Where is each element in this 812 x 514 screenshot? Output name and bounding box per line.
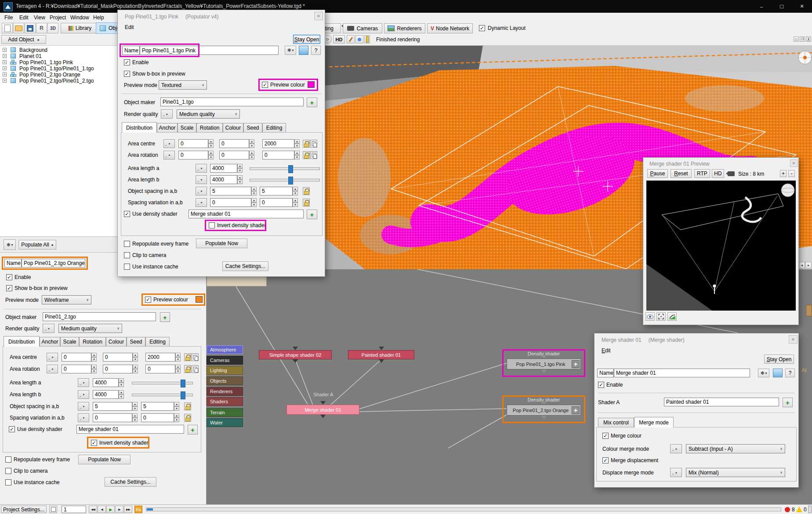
colour-merge-fn-button[interactable] xyxy=(670,444,682,453)
node-pop-orange[interactable]: Pop Pine01_2.tgo Orange xyxy=(507,405,581,416)
cache-settings-button[interactable]: Cache Settings... xyxy=(105,477,156,487)
name-input[interactable]: Pop Pine01_1.tgo Pink xyxy=(140,46,279,55)
node-simple-shape-shader[interactable]: Simple shape shader 02 xyxy=(259,350,332,359)
close-icon[interactable] xyxy=(314,12,323,20)
object-maker-add-button[interactable] xyxy=(160,312,170,322)
maximize-button[interactable] xyxy=(772,0,792,13)
area-rotation-fn-button[interactable] xyxy=(163,151,175,159)
spinner[interactable] xyxy=(132,413,138,422)
layout-grid-icon[interactable] xyxy=(49,506,57,513)
frame-number-input[interactable]: 1 xyxy=(62,506,86,513)
rtp-button[interactable]: RTP xyxy=(694,169,710,178)
area-length-a-fn-button[interactable] xyxy=(196,164,207,173)
tab-colour[interactable]: Colour xyxy=(223,123,243,133)
spinner[interactable] xyxy=(175,353,181,362)
density-shader-input[interactable]: Merge shader 01 xyxy=(188,210,304,218)
menu-window[interactable]: Window xyxy=(70,14,89,21)
play-button[interactable] xyxy=(106,506,115,513)
area-length-a-input[interactable]: 4000 xyxy=(93,378,119,387)
merge-preview-render[interactable] xyxy=(646,181,796,311)
show-bbox-checkbox[interactable] xyxy=(124,71,130,77)
3d-preview-icon[interactable]: 3D xyxy=(47,23,58,33)
spinner[interactable] xyxy=(175,365,181,373)
spinner[interactable] xyxy=(249,139,254,148)
preview-colour-checkbox[interactable] xyxy=(145,297,151,303)
hd-toggle-button[interactable]: HD xyxy=(333,35,345,43)
enable-checkbox[interactable] xyxy=(598,382,604,388)
invert-density-checkbox[interactable] xyxy=(209,222,215,228)
expander-icon[interactable] xyxy=(3,48,7,52)
menu-view[interactable]: View xyxy=(34,14,45,21)
tab-rotation[interactable]: Rotation xyxy=(196,123,223,133)
node-add-icon[interactable] xyxy=(572,360,580,368)
category-cameras[interactable]: Cameras xyxy=(207,356,243,365)
lock-icon[interactable] xyxy=(303,140,310,148)
frame-target-icon[interactable] xyxy=(656,312,666,321)
next-frame-button[interactable] xyxy=(115,506,123,513)
spinner[interactable] xyxy=(174,402,179,411)
help-button[interactable]: ? xyxy=(311,46,321,55)
instance-cache-checkbox[interactable] xyxy=(124,264,130,270)
category-atmosphere[interactable]: Atmosphere xyxy=(207,345,243,354)
spacing-variation-fn-button[interactable] xyxy=(78,413,89,422)
node-gear-button[interactable] xyxy=(758,369,769,377)
populate-gear-button[interactable] xyxy=(4,239,16,250)
lock-icon[interactable] xyxy=(184,353,191,361)
object-maker-input[interactable]: Pine01_2.tgo xyxy=(43,312,156,321)
node-merge-shader[interactable]: Merge shader 01 xyxy=(286,405,359,415)
enable-checkbox[interactable] xyxy=(6,274,12,280)
area-centre-z-input[interactable]: 2000 xyxy=(145,353,175,362)
go-end-button[interactable] xyxy=(124,506,132,513)
keyframe-icon[interactable]: Fa xyxy=(134,506,142,513)
spacing-variation-a-input[interactable]: 0 xyxy=(93,413,132,422)
object-maker-add-button[interactable] xyxy=(307,98,317,107)
area-length-b-input[interactable]: 4000 xyxy=(93,390,119,399)
prev-frame-button[interactable] xyxy=(98,506,106,513)
close-icon[interactable] xyxy=(790,159,798,167)
menu-help[interactable]: Help xyxy=(93,14,104,21)
menu-file[interactable]: File xyxy=(4,14,13,21)
spinner[interactable] xyxy=(119,390,124,399)
spacing-variation-fn-button[interactable] xyxy=(196,198,207,207)
tab-editing[interactable]: Editing xyxy=(262,123,286,133)
object-spacing-a-input[interactable]: 5 xyxy=(210,187,251,195)
visibility-eye-icon[interactable] xyxy=(645,312,655,321)
zoom-in-button[interactable]: + xyxy=(780,170,787,177)
open-project-icon[interactable] xyxy=(13,23,24,33)
spinner[interactable] xyxy=(294,139,300,148)
category-objects[interactable]: Objects xyxy=(207,376,243,385)
copy-icon[interactable] xyxy=(310,140,317,148)
merge-colour-checkbox[interactable] xyxy=(602,433,609,439)
node-gear-button[interactable] xyxy=(285,46,296,55)
pause-button[interactable]: Pause xyxy=(647,169,668,178)
lock-icon[interactable] xyxy=(184,414,191,422)
category-renderers[interactable]: Renderers xyxy=(207,387,243,396)
object-spacing-b-input[interactable]: 5 xyxy=(260,187,293,195)
area-centre-y-input[interactable]: 0 xyxy=(103,353,133,362)
expander-icon[interactable] xyxy=(3,72,7,76)
new-project-icon[interactable] xyxy=(2,23,13,33)
spinner[interactable] xyxy=(249,151,254,159)
paint-tool-icon[interactable] xyxy=(347,35,355,43)
snapshot-camera-icon[interactable] xyxy=(728,171,735,176)
clip-camera-checkbox[interactable] xyxy=(124,252,130,258)
tab-distribution[interactable]: Distribution xyxy=(4,336,40,347)
expander-icon[interactable] xyxy=(3,60,7,64)
tab-merge-mode[interactable]: Merge mode xyxy=(634,417,674,427)
object-maker-input[interactable]: Pine01_1.tgo xyxy=(160,98,304,106)
area-centre-x-input[interactable]: 0 xyxy=(178,139,208,148)
use-density-checkbox[interactable] xyxy=(124,211,130,217)
instance-cache-checkbox[interactable] xyxy=(5,479,11,485)
tab-renderers[interactable]: Renderers xyxy=(384,23,425,33)
dynamic-layout-checkbox[interactable] xyxy=(479,25,485,31)
tab-rotation[interactable]: Rotation xyxy=(79,337,106,347)
preview-mode-select[interactable]: Textured xyxy=(159,80,207,90)
render-view-icon[interactable]: R xyxy=(36,23,47,33)
repopulate-checkbox[interactable] xyxy=(5,456,11,463)
close-button[interactable] xyxy=(792,0,812,13)
tab-anchor[interactable]: Anchor xyxy=(40,337,60,347)
expander-icon[interactable] xyxy=(3,66,7,70)
spacing-variation-a-input[interactable]: 0 xyxy=(210,198,251,207)
tree-row-pine2[interactable]: Pop Pine01_2.tgo/Pine01_2.tgo xyxy=(0,78,118,84)
edit-menu[interactable]: Edit xyxy=(602,347,611,354)
